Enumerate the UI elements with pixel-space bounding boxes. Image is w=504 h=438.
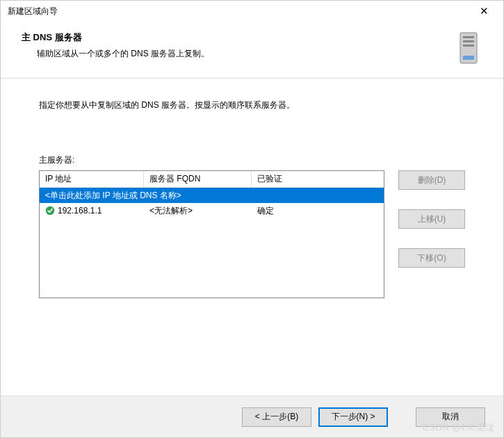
- svg-rect-2: [463, 40, 474, 42]
- back-button[interactable]: < 上一步(B): [242, 407, 311, 427]
- header-text: 主 DNS 服务器 辅助区域从一个或多个的 DNS 服务器上复制。: [22, 31, 209, 60]
- grid-data-row[interactable]: 192.168.1.1 <无法解析> 确定: [40, 203, 384, 218]
- row-verified: 确定: [252, 204, 384, 218]
- window-title: 新建区域向导: [8, 6, 58, 17]
- col-header-verified[interactable]: 已验证: [252, 171, 384, 188]
- grid-placeholder-row[interactable]: <单击此处添加 IP 地址或 DNS 名称>: [40, 188, 384, 203]
- svg-rect-1: [463, 36, 474, 38]
- server-icon: [455, 31, 482, 67]
- row-fqdn: <无法解析>: [144, 204, 252, 218]
- footer: < 上一步(B) 下一步(N) > 取消: [1, 396, 503, 437]
- move-down-button[interactable]: 下移(O): [398, 248, 465, 268]
- svg-rect-4: [463, 56, 474, 60]
- cancel-button[interactable]: 取消: [416, 407, 485, 427]
- header: 主 DNS 服务器 辅助区域从一个或多个的 DNS 服务器上复制。: [1, 22, 503, 74]
- header-subtitle: 辅助区域从一个或多个的 DNS 服务器上复制。: [22, 48, 209, 60]
- list-label: 主服务器:: [39, 154, 465, 166]
- close-icon[interactable]: ✕: [470, 5, 498, 17]
- check-icon: [45, 206, 55, 216]
- svg-rect-3: [463, 44, 474, 47]
- instruction-text: 指定你想要从中复制区域的 DNS 服务器。按显示的顺序联系服务器。: [39, 99, 465, 111]
- next-button[interactable]: 下一步(N) >: [318, 407, 388, 427]
- titlebar: 新建区域向导 ✕: [1, 1, 503, 22]
- side-buttons: 删除(D) 上移(U) 下移(O): [398, 170, 465, 298]
- col-header-ip[interactable]: IP 地址: [40, 171, 144, 188]
- server-grid[interactable]: IP 地址 服务器 FQDN 已验证 <单击此处添加 IP 地址或 DNS 名称…: [39, 170, 384, 298]
- col-header-fqdn[interactable]: 服务器 FQDN: [144, 171, 252, 188]
- delete-button[interactable]: 删除(D): [398, 170, 465, 190]
- grid-header: IP 地址 服务器 FQDN 已验证: [40, 171, 384, 188]
- placeholder-text[interactable]: <单击此处添加 IP 地址或 DNS 名称>: [40, 188, 384, 203]
- row-ip: 192.168.1.1: [58, 206, 101, 216]
- move-up-button[interactable]: 上移(U): [398, 209, 465, 229]
- grid-area: IP 地址 服务器 FQDN 已验证 <单击此处添加 IP 地址或 DNS 名称…: [39, 170, 465, 298]
- wizard-dialog: 新建区域向导 ✕ 主 DNS 服务器 辅助区域从一个或多个的 DNS 服务器上复…: [0, 0, 504, 438]
- content-area: 指定你想要从中复制区域的 DNS 服务器。按显示的顺序联系服务器。 主服务器: …: [1, 79, 503, 305]
- header-heading: 主 DNS 服务器: [22, 31, 209, 44]
